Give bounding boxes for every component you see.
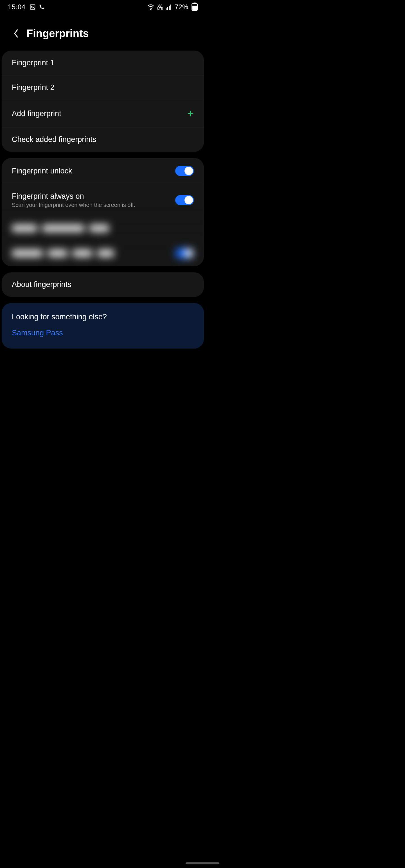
- add-fingerprint-label: Add fingerprint: [12, 110, 61, 118]
- battery-percent: 72%: [175, 3, 188, 11]
- signal-icon: [166, 4, 172, 10]
- redacted-row-1: [2, 216, 204, 240]
- redacted-row-2: [2, 240, 204, 266]
- svg-rect-3: [166, 8, 167, 10]
- fingerprint-unlock-label: Fingerprint unlock: [12, 167, 72, 176]
- fingerprint-2-row[interactable]: Fingerprint 2: [2, 75, 204, 100]
- fingerprint-1-label: Fingerprint 1: [12, 59, 55, 67]
- about-card: About fingerprints: [2, 272, 204, 297]
- header: Fingerprints: [0, 14, 206, 51]
- back-button[interactable]: [12, 27, 20, 40]
- looking-for-card: Looking for something else? Samsung Pass: [2, 303, 204, 348]
- svg-point-1: [31, 6, 32, 7]
- picture-icon: [30, 4, 36, 10]
- status-clock: 15:04: [8, 3, 26, 11]
- svg-rect-6: [170, 4, 171, 10]
- svg-point-2: [150, 9, 151, 10]
- fingerprint-1-row[interactable]: Fingerprint 1: [2, 51, 204, 75]
- plus-icon: +: [187, 108, 194, 119]
- add-fingerprint-row[interactable]: Add fingerprint +: [2, 100, 204, 127]
- svg-rect-0: [30, 5, 35, 9]
- fingerprint-unlock-row[interactable]: Fingerprint unlock: [2, 158, 204, 184]
- battery-icon: [192, 3, 198, 11]
- samsung-pass-link[interactable]: Samsung Pass: [2, 324, 204, 348]
- about-fingerprints-label: About fingerprints: [12, 280, 71, 289]
- fingerprint-always-on-row[interactable]: Fingerprint always on Scan your fingerpr…: [2, 184, 204, 216]
- page-title: Fingerprints: [26, 28, 89, 40]
- fingerprint-list-card: Fingerprint 1 Fingerprint 2 Add fingerpr…: [2, 51, 204, 152]
- looking-for-lead: Looking for something else?: [2, 303, 204, 324]
- fingerprint-options-card: Fingerprint unlock Fingerprint always on…: [2, 158, 204, 266]
- svg-rect-5: [169, 6, 170, 10]
- fingerprint-always-on-sub: Scan your fingerprint even when the scre…: [12, 202, 135, 208]
- fingerprint-unlock-toggle[interactable]: [175, 166, 194, 176]
- fingerprint-2-label: Fingerprint 2: [12, 83, 55, 92]
- fingerprint-always-on-label: Fingerprint always on: [12, 192, 135, 201]
- svg-rect-4: [167, 7, 168, 10]
- check-fingerprints-row[interactable]: Check added fingerprints: [2, 127, 204, 152]
- volte-icon: Vo)LTE: [157, 4, 163, 10]
- phone-icon: [38, 4, 45, 10]
- check-fingerprints-label: Check added fingerprints: [12, 135, 96, 144]
- wifi-icon: [147, 4, 154, 10]
- about-fingerprints-row[interactable]: About fingerprints: [2, 272, 204, 297]
- fingerprint-always-on-toggle[interactable]: [175, 195, 194, 205]
- status-bar: 15:04 Vo)LTE 72%: [0, 0, 206, 14]
